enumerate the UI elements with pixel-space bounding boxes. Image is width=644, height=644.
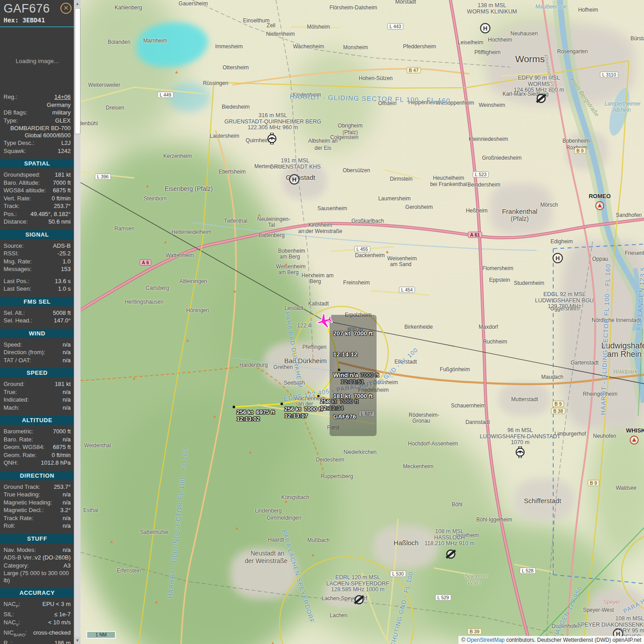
- row-label: Speed:: [4, 341, 22, 348]
- map-canvas[interactable]: KahlenbergGauersheimFlörsheim-DalsheimMö…: [80, 0, 644, 644]
- row-value: < 10 m/s: [48, 619, 71, 626]
- road-badge: L 396: [95, 174, 111, 180]
- map-label-town: Schauernheim: [451, 402, 485, 409]
- row-label: Vert. Rate:: [4, 195, 31, 202]
- map-label-town: Lachen: [330, 612, 347, 619]
- data-row: Last Seen:1.0 s: [0, 285, 74, 293]
- airfield-label: EDRL 120 m MSLLACHEN-SPEYERDORF128.585 M…: [326, 575, 390, 593]
- row-label: ADS-B Ver.:: [4, 554, 34, 561]
- map-label-town: Esthal: [83, 507, 98, 513]
- scale-bar: 1 NM: [86, 631, 116, 639]
- row-value: n/a: [63, 357, 71, 364]
- data-row: Magnetic Heading:n/a: [0, 499, 74, 507]
- row-label: Squawk:: [4, 148, 26, 155]
- vfr-site-icon[interactable]: [629, 435, 639, 447]
- map-label-town: Hardenburg: [239, 362, 267, 368]
- scrollbar-thumb[interactable]: [75, 8, 80, 134]
- label-callsign: GAF676: [333, 413, 373, 420]
- row-label: Indicated:: [4, 396, 29, 403]
- data-row: SIL:≤ 1e-7: [0, 610, 74, 619]
- map-label-town: Weisenheim: [276, 263, 305, 270]
- peak-icon: ▲: [154, 599, 159, 604]
- airspace-label: PARA LACHEN-SPEYERDORF: [281, 529, 316, 624]
- data-row: Last Pos.:13.6 s: [0, 277, 74, 285]
- aircraft-icon[interactable]: [314, 311, 334, 331]
- row-label: Type:: [4, 117, 18, 124]
- data-row: Type:GLEX: [0, 117, 74, 125]
- heli-site-icon[interactable]: H: [553, 253, 563, 263]
- row-value: 0 ft/min: [51, 195, 71, 202]
- airport-site-icon[interactable]: [534, 92, 548, 107]
- map-label-town: Dannstadt: [466, 419, 490, 425]
- map-label-town: Weinsheim: [479, 102, 505, 108]
- vfr-site-icon[interactable]: [595, 201, 605, 212]
- map-label-town: Neuleiningen-: [257, 216, 290, 222]
- map-label-town: Großkarlbach: [352, 218, 384, 224]
- scroll-up-icon[interactable]: ▲: [74, 0, 80, 7]
- map-label-town: Gimmeldingen: [267, 515, 301, 521]
- glider-site-icon[interactable]: [514, 446, 526, 460]
- row-label: NACP:: [4, 601, 20, 610]
- registration-link[interactable]: 14+06: [54, 93, 71, 101]
- data-row: Source:ADS-B: [0, 242, 74, 250]
- row-value: Germany: [47, 102, 71, 109]
- peak-icon: ▲: [233, 288, 237, 293]
- data-row: Magnetic Decl.:3.2°: [0, 506, 74, 514]
- section-header: ACCURACY: [0, 588, 74, 597]
- osm-link[interactable]: OpenStreetMap: [467, 637, 505, 643]
- sidebar-scrollbar[interactable]: ▲ ▼: [74, 0, 80, 644]
- peak-icon: ▲: [311, 552, 315, 557]
- heli-site-icon[interactable]: H: [480, 23, 491, 34]
- map-label-town: Hochdorf-Assenheim: [408, 441, 458, 447]
- map-label-town: Bolanden: [108, 39, 131, 45]
- map-label-town: (Pfalz): [511, 215, 529, 222]
- data-row: WGS84 altitude:6875 ft: [0, 186, 74, 195]
- section-header: SIGNAL: [0, 230, 74, 239]
- row-value: n/a: [63, 436, 71, 443]
- row-value: n/a: [63, 499, 71, 506]
- row-value: n/a: [63, 515, 71, 522]
- map-label-town: Lampertheimer: [605, 101, 641, 107]
- data-row: Geom. Rate:0 ft/min: [0, 451, 74, 459]
- close-icon[interactable]: ✕: [60, 3, 72, 14]
- map-attribution: © OpenStreetMap contributors. Deutscher …: [458, 636, 644, 644]
- hex-code: Hex: 3EBD41: [4, 17, 71, 24]
- airfield-label: EDGL 92 m MSLLUDWIGSHAFEN BGU129.780 MHz: [535, 292, 593, 310]
- map-label-town: Studernheim: [514, 280, 544, 286]
- row-label: Ground:: [4, 381, 25, 388]
- row-value: 186 m: [55, 640, 71, 644]
- map-label-town: Sandhofen: [616, 212, 642, 218]
- map-label-town: Neuhausen: [510, 30, 538, 37]
- data-row: Indicated:n/a: [0, 396, 74, 404]
- map-label-town: Marnheim: [143, 38, 167, 44]
- row-value: ≤ 1e-7: [54, 611, 71, 618]
- data-row: Pos.:49.485°, 8.182°: [0, 210, 74, 218]
- heli-site-icon[interactable]: H: [289, 174, 300, 185]
- map-label-town: Sausenheim: [318, 205, 347, 212]
- section-header: SPEED: [0, 368, 74, 377]
- map-label-town: Birkenheide: [404, 324, 432, 330]
- map-label-town: Monsheim: [343, 44, 368, 51]
- map-label-town: Freinsheim: [343, 280, 369, 286]
- map-label-town: Kahlenberg: [114, 4, 142, 11]
- map-label-town: Einselthum: [243, 17, 269, 24]
- data-row: Ground Track:253.7°: [0, 483, 74, 491]
- airport-site-icon[interactable]: [352, 593, 366, 608]
- peak-icon: ▲: [163, 239, 168, 244]
- data-row: Sel. Alt.:5008 ft: [0, 309, 74, 317]
- glider-site-icon[interactable]: [266, 133, 278, 146]
- scroll-down-icon[interactable]: ▼: [74, 637, 80, 644]
- row-value: A3: [64, 562, 71, 569]
- row-value: 1012.8 hPa: [41, 459, 71, 466]
- row-value: 6875 ft: [53, 187, 71, 194]
- row-label: Baro. Rate:: [4, 436, 33, 443]
- map-label-town: Rüssingen: [203, 80, 229, 86]
- row-label: Ground Track:: [4, 483, 40, 491]
- map-label-town: Gartenstadt: [571, 360, 599, 366]
- data-row: True:n/a: [0, 388, 74, 396]
- row-value: 3.2°: [60, 507, 71, 514]
- airspace-label: CHUTING GND - FL 100: [390, 571, 415, 644]
- data-row: TAT / OAT:n/a: [0, 356, 74, 364]
- row-value: 0 ft/min: [51, 452, 71, 459]
- airport-site-icon[interactable]: [444, 547, 458, 563]
